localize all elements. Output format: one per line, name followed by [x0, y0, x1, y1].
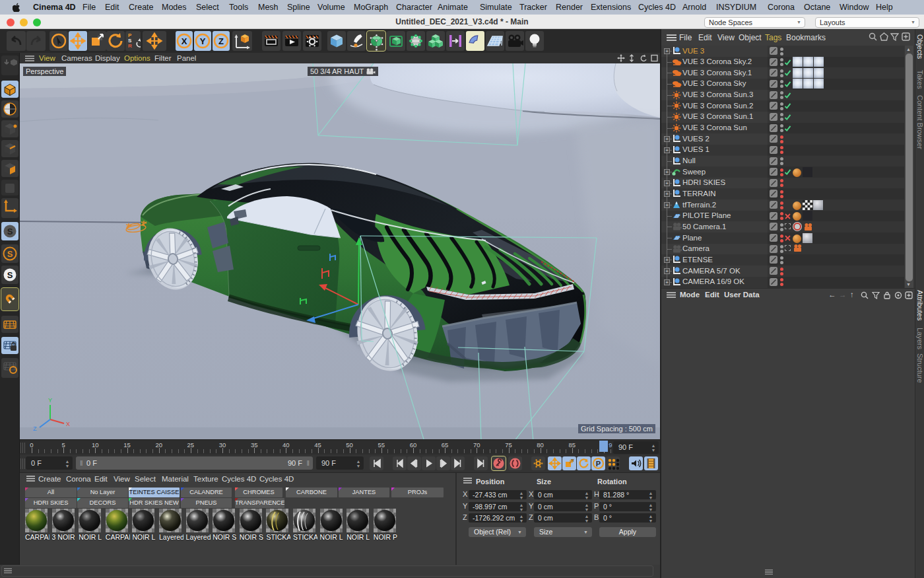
svg-text:R: R [128, 43, 132, 49]
svg-text:S: S [7, 249, 13, 259]
svg-text:Z: Z [33, 425, 37, 432]
svg-text:P: P [596, 459, 601, 467]
svg-text:X: X [66, 421, 70, 427]
svg-text:X: X [182, 36, 187, 46]
svg-text:Y: Y [200, 36, 206, 46]
svg-text:Y: Y [48, 397, 52, 404]
svg-text:S: S [7, 270, 13, 280]
svg-text:Z: Z [218, 36, 224, 46]
svg-text:S: S [7, 227, 13, 236]
